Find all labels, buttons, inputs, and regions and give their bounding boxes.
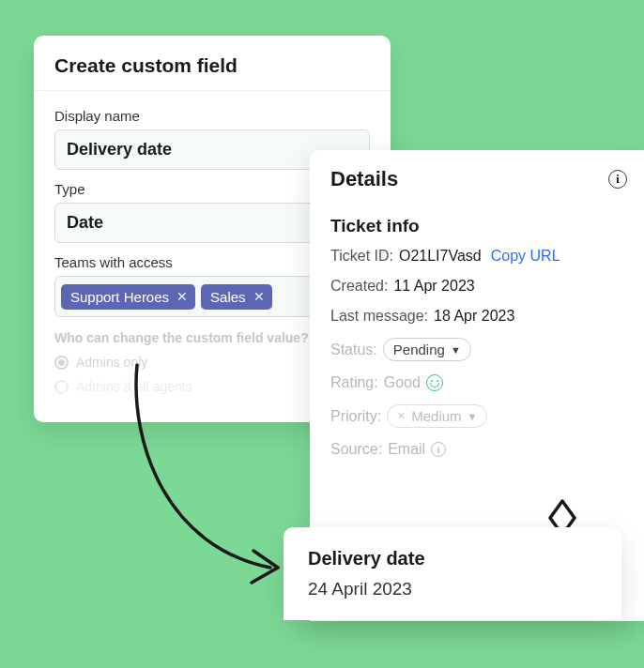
radio-icon [54,380,69,394]
chevron-down-icon: ▼ [451,344,461,356]
source-value: Email [388,441,425,458]
last-message-row: Last message: 18 Apr 2023 [330,308,627,325]
team-chip: Support Heroes ✕ [61,284,195,310]
status-row: Status: Pending ▼ [330,338,627,361]
clear-icon[interactable]: ✕ [397,410,406,422]
close-icon[interactable]: ✕ [176,290,188,303]
created-value: 11 Apr 2023 [393,278,474,295]
team-chip-label: Support Heroes [70,289,169,305]
rating-value: Good [384,374,421,391]
rating-row: Rating: Good [330,374,627,391]
info-icon[interactable]: i [431,442,446,457]
priority-pill[interactable]: ✕ Medium ▼ [387,404,487,428]
last-message-label: Last message: [330,308,428,325]
radio-label: Admins & all agents [76,379,192,394]
close-icon[interactable]: ✕ [253,290,265,303]
radio-icon [54,356,69,370]
details-header: Details i [310,150,644,201]
status-pill[interactable]: Pending ▼ [383,338,471,361]
display-name-label: Display name [54,108,370,124]
ticket-info-title: Ticket info [330,216,627,236]
team-chip-label: Sales [210,289,246,305]
smile-icon [426,374,443,391]
created-row: Created: 11 Apr 2023 [330,278,627,295]
team-chip: Sales ✕ [201,284,272,310]
info-icon[interactable]: i [608,170,627,189]
rating-label: Rating: [330,374,378,391]
create-title: Create custom field [34,36,391,91]
delivery-date-title: Delivery date [308,548,597,569]
priority-value: Medium [411,408,461,424]
delivery-date-value: 24 April 2023 [308,579,597,600]
ticket-id-value: O21LI7Vasd [399,248,482,265]
source-row: Source: Email i [330,441,627,458]
status-value: Pending [393,342,445,357]
created-label: Created: [330,278,388,295]
ticket-id-label: Ticket ID: [330,248,393,265]
last-message-value: 18 Apr 2023 [434,308,514,325]
priority-row: Priority: ✕ Medium ▼ [330,404,627,428]
delivery-date-card: Delivery date 24 April 2023 [284,527,621,620]
copy-url-link[interactable]: Copy URL [491,248,560,265]
details-title: Details [330,167,398,191]
ticket-id-row: Ticket ID: O21LI7Vasd Copy URL [330,248,627,265]
source-label: Source: [330,441,382,458]
radio-label: Admins only [76,355,147,370]
priority-label: Priority: [330,408,381,425]
chevron-down-icon: ▼ [468,411,478,422]
status-label: Status: [330,342,377,358]
